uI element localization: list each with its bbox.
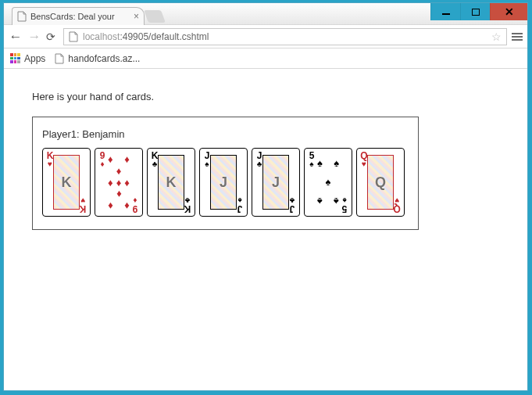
back-button[interactable]: ← <box>9 29 23 45</box>
address-bar[interactable]: localhost:49905/default.cshtml ☆ <box>63 28 507 45</box>
card-face <box>158 155 184 210</box>
player-label: Player1: Benjamin <box>42 128 409 140</box>
card-face <box>262 155 289 210</box>
card-face <box>367 155 394 210</box>
page-content: Here is your hand of cards. Player1: Ben… <box>4 69 527 252</box>
apps-button[interactable]: Apps <box>10 53 45 64</box>
player-hand-box: Player1: Benjamin K♥K♥9♦9♦♦♦♦♦♦♦♦♦♦K♣K♣J… <box>32 117 419 230</box>
browser-tab[interactable]: BensCards: Deal your × <box>12 7 145 25</box>
playing-card-q-hearts: Q♥Q♥ <box>356 148 405 217</box>
playing-card-k-clubs: K♣K♣ <box>147 148 195 217</box>
playing-card-9-diamonds: 9♦9♦♦♦♦♦♦♦♦♦♦ <box>95 148 143 217</box>
apps-icon <box>10 53 20 63</box>
playing-card-k-hearts: K♥K♥ <box>42 148 91 217</box>
window-maximize-button[interactable] <box>460 3 490 20</box>
tab-title: BensCards: Deal your <box>30 12 130 21</box>
card-corner-bottom: 9♦ <box>130 196 140 214</box>
card-face <box>210 155 237 210</box>
apps-label: Apps <box>24 53 45 64</box>
cards-row: K♥K♥9♦9♦♦♦♦♦♦♦♦♦♦K♣K♣J♠J♠J♣J♣5♠5♠♠♠♠♠♠Q♥… <box>42 148 409 217</box>
reload-button[interactable]: ⟳ <box>46 31 59 43</box>
menu-button[interactable] <box>512 31 523 42</box>
bookmark-star-icon[interactable]: ☆ <box>491 31 502 43</box>
toolbar: ← → ⟳ localhost:49905/default.cshtml ☆ <box>4 25 527 48</box>
card-face <box>53 155 80 210</box>
bookmarks-bar: Apps handofcards.az... <box>4 48 527 69</box>
window-close-button[interactable]: ✕ <box>490 3 527 20</box>
forward-button: → <box>27 29 41 45</box>
bookmark-item[interactable]: handofcards.az... <box>55 53 140 64</box>
card-pips: ♠♠♠♠♠ <box>316 153 341 211</box>
window-controls: ✕ <box>430 3 527 20</box>
bookmark-label: handofcards.az... <box>68 53 140 64</box>
card-pips: ♦♦♦♦♦♦♦♦♦ <box>106 153 131 211</box>
playing-card-j-clubs: J♣J♣ <box>252 148 300 217</box>
url-text: localhost:49905/default.cshtml <box>83 31 209 42</box>
tab-close-icon[interactable]: × <box>134 12 139 21</box>
titlebar: BensCards: Deal your × ✕ <box>4 3 527 25</box>
page-icon <box>17 11 27 22</box>
new-tab-button[interactable] <box>144 10 166 23</box>
window-minimize-button[interactable] <box>430 3 460 20</box>
page-heading: Here is your hand of cards. <box>32 91 499 102</box>
page-icon <box>69 31 78 42</box>
card-corner-bottom: 5♠ <box>340 196 349 214</box>
browser-window: BensCards: Deal your × ✕ ← → ⟳ localhost… <box>3 2 528 391</box>
playing-card-5-spades: 5♠5♠♠♠♠♠♠ <box>304 148 352 217</box>
page-icon <box>55 53 64 64</box>
playing-card-j-spades: J♠J♠ <box>199 148 248 217</box>
